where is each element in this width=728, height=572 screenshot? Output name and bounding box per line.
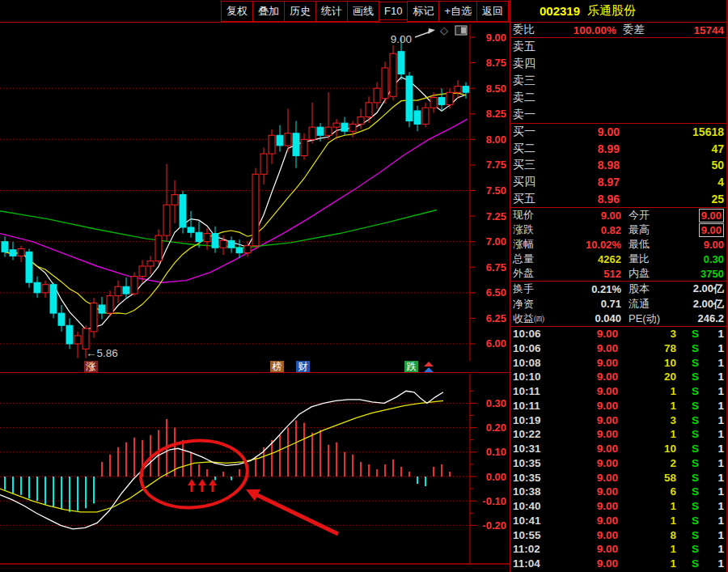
level-price: 8.98: [563, 159, 620, 172]
tick-row: 10:119.001S1: [510, 398, 726, 413]
tick-time: 10:19: [513, 414, 555, 426]
tick-time: 10:22: [513, 428, 555, 440]
quote-label: 涨跌: [513, 222, 560, 237]
stock-code: 002319: [540, 4, 580, 18]
candle: [171, 195, 178, 205]
candle: [269, 135, 275, 154]
bid-row: 买五8.9625: [510, 190, 726, 207]
quote-label: 量比: [629, 252, 674, 266]
tick-count: 1: [699, 543, 724, 555]
tick-row: 10:229.001S1: [510, 427, 726, 442]
quote-value: 512: [560, 268, 621, 280]
tick-row: 10:199.003S1: [510, 413, 726, 427]
toolbar-button-0[interactable]: 复权: [221, 1, 253, 22]
tick-row: 10:389.006S1: [510, 485, 726, 499]
candle: [309, 127, 315, 139]
candle: [204, 234, 210, 242]
toolbar-button-8[interactable]: 返回: [476, 1, 509, 22]
tick-price: 9.00: [555, 428, 618, 440]
tick-count: 1: [699, 414, 724, 426]
tick-time: 10:08: [513, 357, 555, 369]
toolbar-button-3[interactable]: 统计: [315, 1, 348, 22]
tick-side: S: [676, 515, 699, 527]
price-axis-label: 9.00: [486, 32, 506, 44]
tick-time: 10:35: [513, 472, 555, 484]
status-badge-财[interactable]: 财: [296, 361, 310, 372]
tick-volume: 10: [618, 443, 676, 455]
tick-time: 11:04: [513, 557, 555, 570]
quote-row: 净资0.71流通2.00亿: [510, 297, 726, 311]
tick-side: S: [676, 500, 699, 512]
candle: [301, 139, 307, 155]
candle: [155, 235, 162, 261]
quote-label: 内盘: [629, 266, 674, 281]
candle: [139, 266, 146, 277]
tick-time: 10:38: [513, 485, 555, 498]
quote-value: 9.00: [674, 239, 724, 251]
candle: [252, 174, 259, 245]
tick-time: 10:06: [513, 342, 555, 354]
candle: [163, 205, 170, 235]
macd-indicator-panel[interactable]: 0.300.200.100.00-0.10-0.20: [0, 374, 510, 565]
candle: [26, 252, 32, 282]
tick-time: 10:06: [513, 328, 555, 340]
diamond-icon[interactable]: ◇: [440, 24, 448, 36]
status-badge-跌[interactable]: 跌: [404, 361, 418, 372]
tick-row: 10:069.0078S1: [510, 341, 726, 355]
tick-volume: 8: [618, 529, 676, 541]
tick-side: S: [676, 400, 699, 412]
tick-price: 9.00: [555, 472, 618, 484]
candle: [123, 286, 129, 294]
quote-row: 换手0.21%股本2.00亿: [510, 282, 726, 296]
candle: [317, 127, 324, 135]
candle: [91, 303, 97, 331]
toolbar-button-1[interactable]: 叠加: [252, 1, 285, 22]
tick-volume: 2: [618, 457, 676, 469]
level-label: 买一: [513, 125, 563, 139]
candle: [406, 76, 413, 121]
tick-side: S: [676, 342, 699, 354]
bid-row: 买三8.9850: [510, 157, 726, 174]
toolbar-button-2[interactable]: 历史: [284, 1, 316, 22]
bid-levels: 买一9.0015618买二8.9947买三8.9850买四8.974买五8.96…: [510, 124, 726, 207]
quote-row: 收益㈣0.040PE(动)246.2: [510, 311, 726, 326]
tick-price: 9.00: [555, 385, 618, 397]
toolbar-button-6[interactable]: 标记: [407, 1, 439, 22]
level-price: 8.96: [563, 193, 620, 205]
candle: [58, 313, 65, 325]
main-candlestick-chart[interactable]: 9.008.758.508.258.007.757.507.257.006.75…: [0, 23, 510, 361]
stock-name: 乐通股份: [587, 3, 636, 19]
tick-row: 11:029.001S1: [510, 542, 726, 557]
quote-details: 现价9.00今开9.00涨跌0.82最高9.00涨幅10.02%最低9.00总量…: [510, 208, 726, 327]
status-badge-榜[interactable]: 榜: [270, 361, 284, 372]
price-axis-label: 7.00: [486, 235, 506, 248]
level-label: 卖三: [513, 74, 563, 88]
tick-volume: 20: [618, 371, 676, 383]
quote-value: 9.00: [674, 224, 724, 236]
candle: [107, 296, 113, 313]
quote-row: 外盘512内盘3750: [510, 266, 726, 281]
tick-time: 10:11: [513, 385, 555, 397]
quote-value: 0.82: [560, 224, 621, 236]
toolbar-button-5[interactable]: F10: [379, 2, 408, 20]
tick-side: S: [676, 357, 699, 369]
candle: [10, 250, 16, 256]
quote-value: 9.00: [674, 210, 724, 222]
quote-label: 收益㈣: [513, 311, 560, 326]
candle: [244, 246, 251, 253]
status-badge-涨[interactable]: 涨: [84, 361, 98, 372]
toolbar-button-4[interactable]: 画线: [347, 1, 379, 22]
macd-axis-label: 0.10: [486, 446, 506, 458]
candle: [99, 305, 105, 313]
toolbar-button-7[interactable]: +自选: [438, 1, 477, 22]
price-axis-label: 6.50: [486, 286, 506, 299]
tick-volume: 1: [618, 543, 676, 555]
quote-value: 3750: [674, 268, 724, 280]
tick-volume: 1: [618, 515, 676, 527]
bid-row: 买二8.9947: [510, 141, 726, 158]
level-price: 8.99: [563, 142, 620, 155]
low-price-annotation: ←5.86: [86, 347, 118, 359]
tick-count: 1: [699, 357, 724, 369]
quote-label: 换手: [513, 282, 560, 296]
weicha-value: 15744: [660, 24, 724, 36]
